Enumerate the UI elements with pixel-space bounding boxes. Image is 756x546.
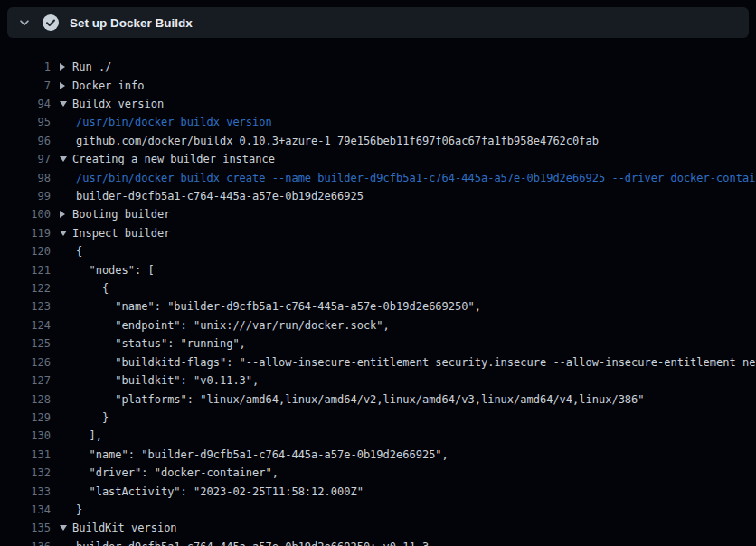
log-group-row[interactable]: 97 Creating a new builder instance bbox=[0, 150, 756, 168]
triangle-down-icon bbox=[60, 156, 72, 162]
log-row: 130 ], bbox=[0, 427, 756, 445]
log-line-text: /usr/bin/docker buildx version bbox=[76, 116, 272, 128]
log-line-text: } bbox=[76, 411, 109, 424]
log-group-row[interactable]: 100 Booting builder bbox=[0, 205, 756, 223]
log-line-text: "status": "running", bbox=[76, 337, 246, 350]
line-number[interactable]: 95 bbox=[0, 116, 51, 128]
log-row: 121 "nodes": [ bbox=[0, 260, 756, 278]
check-circle-icon bbox=[43, 14, 59, 31]
log-line-text: Buildx version bbox=[72, 98, 164, 110]
line-number[interactable]: 98 bbox=[0, 172, 51, 184]
log-row: 128 "platforms": "linux/amd64,linux/amd6… bbox=[0, 390, 756, 408]
triangle-right-icon bbox=[60, 63, 72, 71]
line-number[interactable]: 127 bbox=[0, 374, 51, 387]
line-number[interactable]: 132 bbox=[0, 466, 51, 479]
line-number[interactable]: 129 bbox=[0, 411, 51, 424]
line-number[interactable]: 122 bbox=[0, 282, 51, 295]
log-line-text: /usr/bin/docker buildx create --name bui… bbox=[76, 172, 756, 184]
line-number[interactable]: 128 bbox=[0, 393, 51, 406]
log-line-text: "platforms": "linux/amd64,linux/amd64/v2… bbox=[76, 393, 645, 406]
log-group-row[interactable]: 119 Inspect builder bbox=[0, 224, 756, 242]
log-line-text: "nodes": [ bbox=[76, 264, 155, 277]
log-line-text: "driver": "docker-container", bbox=[76, 466, 279, 479]
log-row: 96 github.com/docker/buildx 0.10.3+azure… bbox=[0, 132, 756, 150]
line-number[interactable]: 119 bbox=[0, 227, 51, 240]
log-group-row[interactable]: 94 Buildx version bbox=[0, 95, 756, 113]
log-row: 124 "endpoint": "unix:///var/run/docker.… bbox=[0, 316, 756, 334]
line-number[interactable]: 100 bbox=[0, 208, 51, 221]
log-row: 134 } bbox=[0, 501, 756, 519]
line-number[interactable]: 94 bbox=[0, 98, 51, 110]
log-row: 132 "driver": "docker-container", bbox=[0, 464, 756, 482]
line-number[interactable]: 131 bbox=[0, 448, 51, 461]
log-group-row[interactable]: 1 Run ./ bbox=[0, 58, 756, 76]
line-number[interactable]: 125 bbox=[0, 337, 51, 350]
log-line-text: Docker info bbox=[72, 80, 144, 92]
line-number[interactable]: 136 bbox=[0, 541, 51, 546]
log-line-text: { bbox=[76, 245, 82, 258]
log-group-row[interactable]: 135 BuildKit version bbox=[0, 519, 756, 537]
line-number[interactable]: 126 bbox=[0, 356, 51, 369]
line-number[interactable]: 135 bbox=[0, 522, 51, 534]
log-row: 127 "buildkit": "v0.11.3", bbox=[0, 372, 756, 390]
log-line-text: "buildkit": "v0.11.3", bbox=[76, 374, 259, 387]
log-row: 129 } bbox=[0, 409, 756, 427]
log-line-text: "buildkitd-flags": "--allow-insecure-ent… bbox=[76, 356, 756, 369]
log-row: 123 "name": "builder-d9cfb5a1-c764-445a-… bbox=[0, 297, 756, 315]
step-title: Set up Docker Buildx bbox=[70, 16, 193, 30]
log-row: 125 "status": "running", bbox=[0, 334, 756, 353]
log-row: 99 builder-d9cfb5a1-c764-445a-a57e-0b19d… bbox=[0, 187, 756, 205]
log-row: 122 { bbox=[0, 279, 756, 297]
triangle-down-icon bbox=[60, 101, 72, 107]
log-row: 126 "buildkitd-flags": "--allow-insecure… bbox=[0, 353, 756, 372]
log-row: 120 { bbox=[0, 242, 756, 260]
log-line-text: "endpoint": "unix:///var/run/docker.sock… bbox=[76, 319, 390, 332]
line-number[interactable]: 134 bbox=[0, 504, 51, 516]
line-number[interactable]: 96 bbox=[0, 135, 51, 147]
line-number[interactable]: 121 bbox=[0, 264, 51, 277]
log-line-text: "name": "builder-d9cfb5a1-c764-445a-a57e… bbox=[76, 448, 449, 461]
triangle-right-icon bbox=[60, 82, 72, 89]
step-header[interactable]: Set up Docker Buildx bbox=[7, 7, 749, 38]
line-number[interactable]: 124 bbox=[0, 319, 51, 332]
log-row: 131 "name": "builder-d9cfb5a1-c764-445a-… bbox=[0, 446, 756, 464]
log-row: 133 "lastActivity": "2023-02-25T11:58:12… bbox=[0, 482, 756, 500]
chevron-down-icon[interactable] bbox=[14, 13, 34, 33]
line-number[interactable]: 99 bbox=[0, 190, 51, 202]
line-number[interactable]: 1 bbox=[0, 61, 51, 73]
log-line-text: builder-d9cfb5a1-c764-445a-a57e-0b19d2e6… bbox=[76, 190, 364, 202]
line-number[interactable]: 133 bbox=[0, 485, 51, 498]
log-group-row[interactable]: 7 Docker info bbox=[0, 76, 756, 94]
log-line-text: "lastActivity": "2023-02-25T11:58:12.000… bbox=[76, 485, 364, 498]
log-row: 98 /usr/bin/docker buildx create --name … bbox=[0, 168, 756, 186]
log-line-text: } bbox=[76, 504, 82, 516]
triangle-down-icon bbox=[60, 525, 72, 531]
log-line-text: Run ./ bbox=[72, 61, 111, 73]
line-number[interactable]: 123 bbox=[0, 300, 51, 313]
log-row: 95 /usr/bin/docker buildx version bbox=[0, 113, 756, 131]
triangle-right-icon bbox=[60, 211, 72, 218]
log-line-text: { bbox=[76, 282, 109, 295]
line-number[interactable]: 120 bbox=[0, 245, 51, 258]
log-line-text: Booting builder bbox=[72, 208, 170, 221]
log-row: 136 builder-d9cfb5a1-c764-445a-a57e-0b19… bbox=[0, 538, 756, 546]
line-number[interactable]: 97 bbox=[0, 153, 51, 165]
triangle-down-icon bbox=[60, 231, 72, 236]
log-line-text: "name": "builder-d9cfb5a1-c764-445a-a57e… bbox=[76, 300, 481, 313]
log-line-text: Creating a new builder instance bbox=[72, 153, 275, 165]
log-line-text: BuildKit version bbox=[72, 522, 177, 534]
line-number[interactable]: 130 bbox=[0, 429, 51, 442]
log-line-text: ], bbox=[76, 429, 102, 442]
log-line-text: Inspect builder bbox=[72, 227, 170, 240]
line-number[interactable]: 7 bbox=[0, 80, 51, 92]
log-lines: 1 Run ./ 7 Docker info 94 Buildx version… bbox=[0, 45, 756, 546]
log-line-text: github.com/docker/buildx 0.10.3+azure-1 … bbox=[76, 135, 599, 147]
log-line-text: builder-d9cfb5a1-c764-445a-a57e-0b19d2e6… bbox=[76, 541, 429, 546]
